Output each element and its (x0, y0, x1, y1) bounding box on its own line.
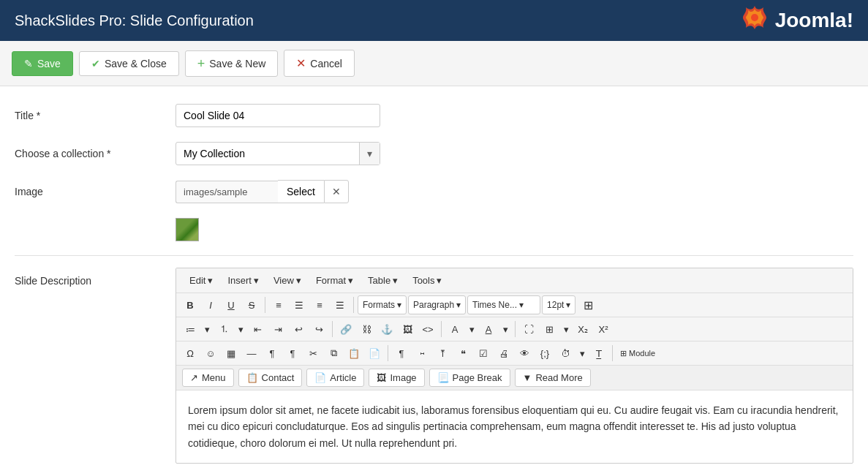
nonbreak-button[interactable]: ¶ (263, 344, 282, 363)
sep1 (265, 297, 265, 313)
code2-button[interactable]: {;} (535, 344, 554, 363)
font-color-button[interactable]: A (445, 320, 464, 339)
table-caret[interactable]: ▾ (560, 320, 572, 339)
italic-button[interactable]: I (201, 295, 220, 314)
menu-insert[interactable]: Insert ▾ (220, 271, 266, 290)
print-button[interactable]: 🖨 (494, 344, 513, 363)
image-thumb-row (176, 218, 853, 244)
collection-select[interactable]: My Collection (176, 143, 359, 165)
collection-select-wrap[interactable]: My Collection ▾ (176, 142, 380, 165)
anchor-button[interactable]: ⚓ (377, 320, 396, 339)
ins-image-label: Image (390, 372, 416, 383)
strikethrough-button[interactable]: S (242, 295, 261, 314)
ins-menu-button[interactable]: ↗ Menu (182, 369, 234, 387)
copy-button[interactable]: ⧉ (324, 344, 343, 363)
font-dropdown[interactable]: Times Ne... ▾ (467, 295, 540, 314)
app-title: ShackSlides Pro: Slide Configuration (15, 12, 254, 29)
ul-dropdown-button[interactable]: ▾ (201, 320, 213, 339)
checklist-button[interactable]: ☑ (474, 344, 493, 363)
editor-content[interactable]: Lorem ipsum dolor sit amet, ne facete iu… (176, 390, 853, 463)
search-replace-button[interactable]: ⊞ (577, 295, 599, 314)
menu-edit[interactable]: Edit ▾ (182, 271, 220, 290)
image-insert-button[interactable]: 🖼 (398, 320, 417, 339)
collection-caret-icon[interactable]: ▾ (359, 143, 380, 165)
unordered-list-button[interactable]: ≔ (181, 320, 200, 339)
image-select-button[interactable]: Select (278, 180, 324, 203)
link-button[interactable]: 🔗 (336, 320, 355, 339)
save-new-button[interactable]: + Save & New (185, 50, 279, 77)
fullscreen-button[interactable]: ⛶ (519, 320, 538, 339)
sep5 (515, 321, 516, 337)
ins-contact-button[interactable]: 📋 Contact (238, 369, 303, 387)
underline-button[interactable]: U (222, 295, 241, 314)
align-right-button[interactable]: ≡ (310, 295, 329, 314)
superscript-button[interactable]: X² (594, 320, 613, 339)
paste-clean-button[interactable]: 📄 (365, 344, 384, 363)
redo-button[interactable]: ↪ (309, 320, 328, 339)
ins-article-button[interactable]: 📄 Article (306, 369, 364, 387)
align-center-button[interactable]: ☰ (290, 295, 309, 314)
upload-button[interactable]: ⤒ (433, 344, 452, 363)
unlink-button[interactable]: ⛓ (357, 320, 376, 339)
image-clear-button[interactable]: ✕ (324, 180, 349, 203)
subscript-button[interactable]: X₂ (573, 320, 592, 339)
align-left-button[interactable]: ≡ (269, 295, 288, 314)
module-insert-button[interactable]: ⊞ Module (616, 344, 659, 363)
bg-color-caret[interactable]: ▾ (499, 320, 511, 339)
ol-dropdown-button[interactable]: ▾ (235, 320, 246, 339)
menu-table[interactable]: Table ▾ (361, 271, 405, 290)
module-icon: ⊞ (620, 349, 627, 358)
ins-contact-label: Contact (262, 372, 295, 383)
format-block-button[interactable]: ¶ (283, 344, 302, 363)
outdent-button[interactable]: ⇤ (248, 320, 267, 339)
timer-caret[interactable]: ▾ (576, 344, 588, 363)
font-color-caret[interactable]: ▾ (466, 320, 478, 339)
emoticon-button[interactable]: ☺ (201, 344, 220, 363)
title-input[interactable] (176, 104, 380, 127)
save-new-label: Save & New (209, 58, 265, 69)
ordered-list-button[interactable]: ⒈ (214, 320, 233, 339)
save-button[interactable]: ✎ Save (12, 51, 73, 76)
ins-pagebreak-button[interactable]: 📃 Page Break (429, 369, 510, 387)
menu-format[interactable]: Format ▾ (309, 271, 361, 290)
table-insert-button[interactable]: ⊞ (540, 320, 559, 339)
ins-image-button[interactable]: 🖼 Image (369, 369, 424, 387)
hr-button[interactable]: — (242, 344, 261, 363)
paragraph-dropdown[interactable]: Paragraph ▾ (408, 295, 466, 314)
pilcrow-button[interactable]: ¶ (392, 344, 411, 363)
blockquote-button[interactable]: ❝ (453, 344, 472, 363)
bold-button[interactable]: B (181, 295, 200, 314)
special-char-button[interactable]: Ω (181, 344, 200, 363)
preview-button[interactable]: 👁 (515, 344, 534, 363)
save-close-button[interactable]: ✔ Save & Close (79, 51, 179, 76)
paste-button[interactable]: 📋 (344, 344, 363, 363)
ins-image-icon: 🖼 (377, 372, 386, 383)
ins-menu-icon: ↗ (190, 372, 198, 383)
ins-pagebreak-label: Page Break (453, 372, 502, 383)
clear-format-button[interactable]: T̲ (589, 344, 608, 363)
sep3 (332, 321, 333, 337)
image-path-input[interactable] (176, 181, 278, 203)
paragraph-label: Paragraph (413, 300, 454, 310)
indent-button[interactable]: ⇥ (268, 320, 287, 339)
cut-button[interactable]: ✂ (303, 344, 322, 363)
align-justify-button[interactable]: ☰ (331, 295, 350, 314)
joomla-logo: Joomla! (740, 3, 853, 38)
sep2 (353, 297, 354, 313)
bg-color-button[interactable]: A (479, 320, 498, 339)
timer-button[interactable]: ⏱ (556, 344, 575, 363)
size-dropdown[interactable]: 12pt ▾ (542, 295, 575, 314)
menu-view[interactable]: View ▾ (266, 271, 309, 290)
pilcrow2-button[interactable]: ꟷ (412, 344, 431, 363)
code-button[interactable]: <> (418, 320, 437, 339)
undo-button[interactable]: ↩ (289, 320, 308, 339)
menu-view-label: View (273, 275, 294, 286)
menu-tools[interactable]: Tools ▾ (405, 271, 449, 290)
cancel-button[interactable]: ✕ Cancel (284, 50, 355, 77)
paragraph-caret: ▾ (456, 300, 461, 310)
ins-readmore-button[interactable]: ▼ Read More (515, 369, 591, 387)
formats-dropdown[interactable]: Formats ▾ (358, 295, 407, 314)
media-button[interactable]: ▦ (222, 344, 241, 363)
size-label: 12pt (547, 300, 564, 310)
cancel-label: Cancel (310, 58, 342, 69)
